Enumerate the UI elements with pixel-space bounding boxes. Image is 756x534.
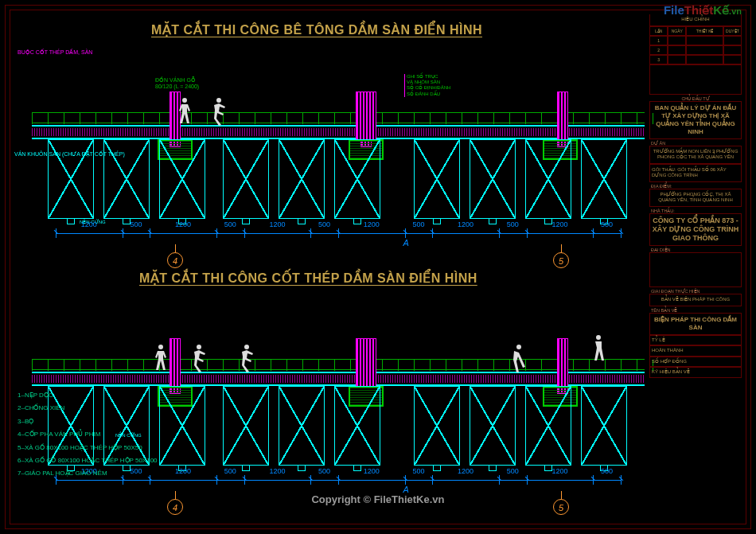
legend-item: 4–CỐP PHA VÁN PHỦ PHIM	[18, 429, 158, 440]
location-value: PHƯỜNG PHONG CỐC, THỊ XÃ QUẢNG YÊN, TỈNH…	[649, 189, 742, 207]
revision-row: 2	[649, 45, 742, 55]
legend-item: 7–GIÁO PAL HOẶC GIÁO NÊM	[18, 468, 158, 479]
rev-col: DUYỆT	[723, 26, 742, 36]
legend-item: 1–NẸP DỌC	[18, 390, 158, 401]
revisions-heading: HIỆU CHỈNH	[649, 14, 742, 26]
field-complete: HOÀN THÀNH	[649, 345, 742, 357]
worker-icon	[211, 96, 230, 127]
slab	[32, 125, 645, 139]
column	[356, 338, 376, 388]
worker-icon	[589, 333, 608, 364]
rev-col: LẦN	[649, 26, 668, 36]
rev-col: THIẾT KẾ	[686, 26, 723, 36]
worker-icon	[239, 343, 258, 373]
stage-value: BẢN VẼ BIỆN PHÁP THI CÔNG	[649, 294, 742, 306]
worker-icon	[175, 96, 194, 127]
note-donvang-l2: 80/120 (L = 2400)	[155, 84, 199, 89]
rev-col: NGÀY	[668, 26, 686, 36]
legend-item: 2–CHỐNG XIÊN	[18, 403, 158, 414]
axis-bubble: 4	[167, 252, 183, 268]
slab	[32, 372, 645, 386]
field-contract: SỐ HỢP ĐỒNG	[649, 357, 742, 368]
drawing-label: TÊN BẢN VẼ	[649, 306, 742, 313]
worker-icon	[151, 343, 170, 373]
axis-bubble: 5	[553, 252, 569, 268]
tb-spacer	[649, 64, 742, 95]
revision-row: 1	[649, 36, 742, 45]
rep-label: ĐẠI DIỆN	[649, 246, 742, 252]
shoring-row	[32, 139, 645, 219]
location-label: ĐỊA ĐIỂM:	[649, 182, 742, 189]
guardrail	[32, 112, 645, 123]
section-view-concrete: ĐỒN VÁNH GỖ 80/120 (L = 2400) GHI SỐ TRỤ…	[32, 68, 645, 243]
revisions-header-row: LẦN NGÀY THIẾT KẾ DUYỆT	[649, 26, 742, 36]
column-note-line: GHI SỐ TRỤC	[407, 74, 450, 80]
client-label: CHỦ ĐẦU TƯ	[649, 95, 742, 101]
legend-item: 5–XÀ GỒ 80X100 HOẶC THÉP HỘP 50X50	[18, 442, 158, 454]
axis-bubble: 4	[167, 499, 183, 515]
legend: 1–NẸP DỌC 2–CHỐNG XIÊN 3–BỌ 4–CỐP PHA VÁ…	[18, 390, 158, 481]
column-note-line: SỐ ĐÁNH DẤU	[407, 92, 450, 97]
field-drawing-no: KÝ HIỆU BẢN VẼ	[649, 367, 742, 378]
contractor-name: CÔNG TY CỔ PHẦN 873 - XÂY DỰNG CÔNG TRÌN…	[649, 213, 742, 247]
drawing-name: BIỆN PHÁP THI CÔNG DẦM SÀN	[649, 313, 742, 335]
axis-bubble: 5	[553, 499, 569, 515]
title-block: HIỆU CHỈNH LẦN NGÀY THIẾT KẾ DUYỆT 1 2 3…	[649, 14, 742, 524]
stage-label: GIAI ĐOẠN THỰC HIỆN	[649, 287, 742, 294]
revision-row: 3	[649, 55, 742, 64]
column-note-line: SỐ CỐ ĐỊNH/ĐÁNH	[407, 85, 450, 91]
worker-icon	[191, 343, 210, 373]
guardrail	[32, 359, 645, 370]
legend-item: 6–XÀ GỒ GỖ 80X100 HOẶC THÉP HỘP 50X100	[18, 455, 158, 466]
note-donvang-l1: ĐỒN VÁNH GỖ	[155, 77, 196, 84]
section-title-bottom: MẶT CẮT THI CÔNG CỐT THÉP DẦM SÀN ĐIỂN H…	[139, 271, 477, 286]
rep-box	[649, 252, 742, 287]
column	[356, 92, 376, 141]
contractor-label: NHÀ THẦU:	[649, 207, 742, 213]
column-note-box: GHI SỐ TRỤC VÀ NHÓM SÀN SỐ CỐ ĐỊNH/ĐÁNH …	[404, 74, 450, 97]
field-scale: TỶ LỆ	[649, 335, 742, 346]
section-title-top: MẶT CẮT THI CÔNG BÊ TÔNG DẦM SÀN ĐIỂN HÌ…	[151, 22, 482, 37]
note-rebar: BUỘC CỐT THÉP DẦM, SÀN	[18, 49, 92, 56]
worker-icon	[509, 343, 528, 373]
package-label: GÓI THẦU: GÓI THẦU SỐ 06 XÂY DỰNG CÔNG T…	[649, 164, 742, 182]
dimension-line: 1200500120050012005001200500120050012005…	[56, 225, 621, 244]
legend-item: 3–BỌ	[18, 416, 158, 427]
project-name: TRƯỜNG MẦM NON LIÊN 3 PHƯỜNG PHONG CỐC T…	[649, 146, 742, 164]
client-name: BAN QUẢN LÝ DỰ ÁN ĐẦU TƯ XÂY DỰNG THỊ XÃ…	[649, 101, 742, 139]
project-label: DỰ ÁN	[649, 139, 742, 146]
